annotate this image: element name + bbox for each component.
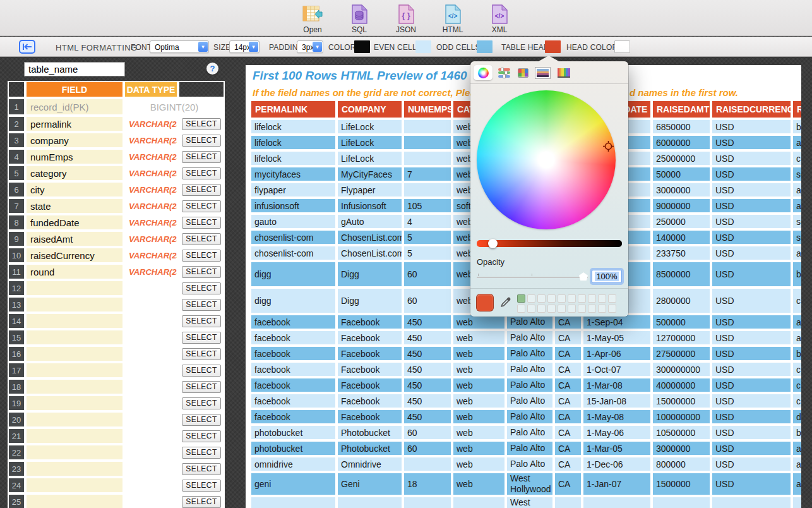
empty-swatch[interactable] [537, 305, 546, 313]
select-type-button[interactable]: SELECT [182, 365, 221, 377]
data-type-cell[interactable] [124, 329, 178, 346]
field-name-cell[interactable]: numEmps [25, 148, 124, 165]
field-name-cell[interactable] [25, 493, 124, 508]
empty-swatch[interactable] [568, 294, 576, 303]
field-name-cell[interactable]: fundedDate [25, 214, 124, 231]
empty-swatch[interactable] [517, 305, 525, 313]
table-name-input[interactable] [24, 62, 125, 76]
empty-swatch[interactable] [588, 294, 596, 303]
data-type-cell[interactable]: VARCHAR(255) [124, 231, 178, 247]
field-name-cell[interactable] [25, 428, 124, 444]
field-name-cell[interactable]: permalink [25, 116, 124, 132]
select-type-button[interactable]: SELECT [182, 430, 221, 442]
field-name-cell[interactable] [25, 296, 124, 313]
data-type-cell[interactable]: VARCHAR(255) [124, 198, 178, 214]
select-type-button[interactable]: SELECT [182, 184, 221, 196]
data-type-cell[interactable]: VARCHAR(255) [124, 181, 178, 198]
empty-swatch[interactable] [558, 294, 566, 303]
field-name-cell[interactable]: company [25, 132, 124, 148]
field-name-cell[interactable] [25, 395, 124, 411]
select-type-button[interactable]: SELECT [182, 315, 221, 327]
pencils-tab[interactable] [556, 65, 572, 80]
odd-cells-swatch[interactable] [477, 40, 493, 53]
data-type-cell[interactable] [124, 395, 178, 411]
field-name-cell[interactable] [25, 362, 124, 378]
toolbar-button-sql[interactable]: SQL [345, 4, 374, 34]
select-type-button[interactable]: SELECT [182, 397, 221, 409]
select-type-button[interactable]: SELECT [182, 332, 221, 344]
toolbar-button-open[interactable]: Open [298, 4, 327, 34]
field-name-cell[interactable] [25, 477, 124, 493]
empty-swatch[interactable] [547, 305, 556, 313]
empty-swatch[interactable] [578, 305, 586, 313]
empty-swatch[interactable] [598, 294, 606, 303]
color-sliders-tab[interactable] [496, 65, 511, 80]
opacity-value-field[interactable]: 100% [592, 270, 622, 283]
select-type-button[interactable]: SELECT [182, 480, 221, 492]
empty-swatch[interactable] [527, 294, 535, 303]
empty-swatch[interactable] [608, 294, 616, 303]
field-name-cell[interactable] [25, 280, 124, 296]
field-name-cell[interactable] [25, 411, 124, 428]
field-name-cell[interactable] [25, 378, 124, 395]
data-type-cell[interactable] [124, 444, 178, 461]
data-type-cell[interactable] [124, 296, 178, 313]
eyedropper-icon[interactable] [499, 296, 512, 311]
select-type-button[interactable]: SELECT [182, 414, 221, 426]
field-name-cell[interactable] [25, 313, 124, 329]
data-type-cell[interactable] [124, 346, 178, 362]
field-name-cell[interactable] [25, 346, 124, 362]
data-type-cell[interactable] [124, 378, 178, 395]
field-name-cell[interactable]: round [25, 263, 124, 280]
data-type-cell[interactable] [124, 428, 178, 444]
current-color-swatch[interactable] [476, 294, 494, 311]
data-type-cell[interactable] [124, 461, 178, 477]
data-type-cell[interactable] [124, 477, 178, 493]
data-type-cell[interactable]: VARCHAR(255) [124, 214, 178, 231]
empty-swatch[interactable] [608, 305, 616, 313]
select-type-button[interactable]: SELECT [182, 151, 221, 163]
empty-swatch[interactable] [578, 294, 586, 303]
saved-color-swatch[interactable] [517, 294, 525, 303]
padding-select[interactable]: 3px ▾ [297, 40, 323, 53]
color-wheel[interactable] [477, 90, 616, 229]
data-type-cell[interactable] [124, 493, 178, 508]
field-name-cell[interactable]: raisedCurrency [25, 247, 124, 263]
empty-swatch[interactable] [547, 294, 556, 303]
select-type-button[interactable]: SELECT [182, 348, 221, 360]
opacity-slider-thumb[interactable] [579, 272, 588, 281]
empty-swatch[interactable] [527, 305, 535, 313]
select-type-button[interactable]: SELECT [182, 282, 221, 294]
select-type-button[interactable]: SELECT [182, 135, 221, 147]
select-type-button[interactable]: SELECT [182, 299, 221, 311]
select-type-button[interactable]: SELECT [182, 118, 221, 130]
data-type-cell[interactable] [124, 411, 178, 428]
select-type-button[interactable]: SELECT [182, 233, 221, 245]
data-type-cell[interactable]: VARCHAR(255) [124, 263, 178, 280]
field-name-cell[interactable] [25, 461, 124, 477]
select-type-button[interactable]: SELECT [182, 266, 221, 278]
color-palettes-tab[interactable] [515, 65, 530, 80]
field-name-cell[interactable]: record_id(PK) [25, 98, 124, 116]
select-type-button[interactable]: SELECT [182, 381, 221, 393]
help-icon[interactable]: ? [206, 63, 218, 75]
select-type-button[interactable]: SELECT [182, 463, 221, 475]
field-name-cell[interactable]: raisedAmt [25, 231, 124, 247]
data-type-cell[interactable]: VARCHAR(255) [124, 148, 178, 165]
select-type-button[interactable]: SELECT [182, 200, 221, 212]
empty-swatch[interactable] [568, 305, 576, 313]
field-name-cell[interactable] [25, 444, 124, 461]
toolbar-button-html[interactable]: </> HTML [438, 4, 467, 34]
font-select[interactable]: Optima ▾ [150, 40, 209, 53]
opacity-slider[interactable] [477, 277, 588, 278]
size-select[interactable]: 14px ▾ [229, 40, 260, 53]
field-name-cell[interactable] [25, 329, 124, 346]
select-type-button[interactable]: SELECT [182, 167, 221, 179]
text-color-swatch[interactable] [354, 40, 370, 53]
even-cells-swatch[interactable] [415, 40, 431, 53]
data-type-cell[interactable]: VARCHAR(255) [124, 132, 178, 148]
data-type-cell[interactable] [124, 313, 178, 329]
select-type-button[interactable]: SELECT [182, 496, 221, 508]
field-name-cell[interactable]: category [25, 165, 124, 181]
data-type-cell[interactable]: VARCHAR(255) [124, 165, 178, 181]
